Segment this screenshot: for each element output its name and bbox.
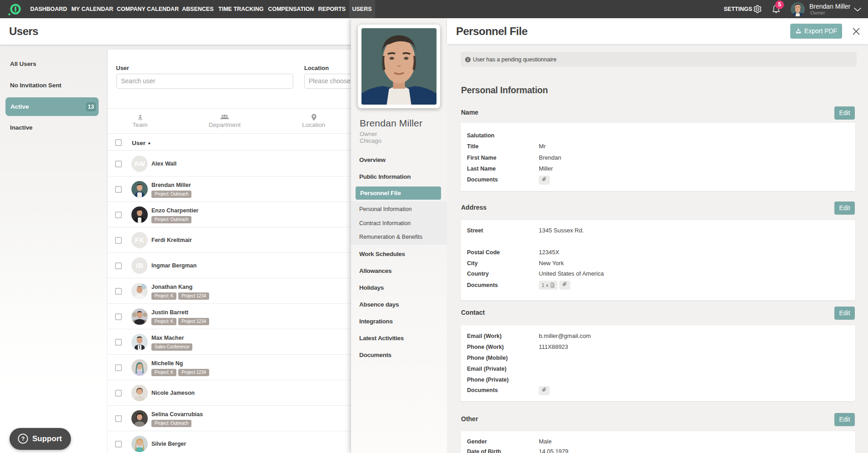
svg-text:?: ?: [21, 436, 25, 442]
